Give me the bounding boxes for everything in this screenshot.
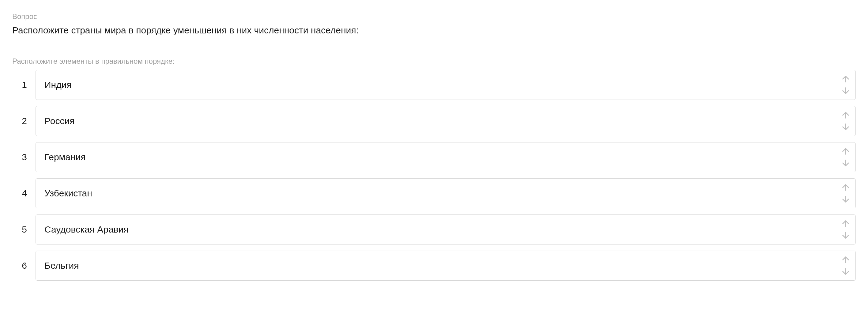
question-text: Расположите страны мира в порядке уменьш…: [12, 25, 856, 35]
ranking-item-label: Саудовская Аравия: [44, 224, 129, 235]
instruction-label: Расположите элементы в правильном порядк…: [12, 57, 856, 65]
ranking-number: 2: [12, 116, 27, 126]
ranking-number: 5: [12, 224, 27, 235]
arrow-down-icon: [841, 194, 850, 204]
ranking-row: 3 Германия: [12, 142, 856, 172]
move-down-button[interactable]: [840, 157, 851, 169]
move-down-button[interactable]: [840, 121, 851, 132]
move-up-button[interactable]: [840, 218, 851, 229]
ranking-row: 6 Бельгия: [12, 250, 856, 280]
move-down-button[interactable]: [840, 230, 851, 241]
move-up-button[interactable]: [840, 182, 851, 193]
move-down-button[interactable]: [840, 85, 851, 96]
arrow-up-icon: [841, 255, 850, 265]
ranking-item[interactable]: Бельгия: [35, 250, 856, 280]
move-down-button[interactable]: [840, 194, 851, 205]
arrow-controls: [838, 143, 853, 171]
ranking-number: 4: [12, 188, 27, 199]
ranking-item[interactable]: Германия: [35, 142, 856, 172]
ranking-number: 6: [12, 261, 27, 271]
arrow-up-icon: [841, 219, 850, 229]
ranking-list: 1 Индия 2 Россия: [12, 70, 856, 280]
ranking-number: 1: [12, 80, 27, 90]
arrow-up-icon: [841, 146, 850, 156]
arrow-down-icon: [841, 230, 850, 240]
arrow-down-icon: [841, 122, 850, 132]
ranking-number: 3: [12, 152, 27, 162]
ranking-row: 2 Россия: [12, 106, 856, 136]
move-up-button[interactable]: [840, 254, 851, 265]
ranking-item-label: Узбекистан: [44, 188, 92, 199]
arrow-controls: [838, 107, 853, 135]
move-down-button[interactable]: [840, 266, 851, 277]
ranking-item[interactable]: Индия: [35, 70, 856, 100]
ranking-row: 5 Саудовская Аравия: [12, 214, 856, 244]
arrow-down-icon: [841, 86, 850, 96]
arrow-controls: [838, 216, 853, 243]
arrow-controls: [838, 71, 853, 99]
arrow-controls: [838, 252, 853, 279]
ranking-item-label: Бельгия: [44, 261, 79, 271]
question-label: Вопрос: [12, 12, 856, 21]
ranking-row: 1 Индия: [12, 70, 856, 100]
move-up-button[interactable]: [840, 110, 851, 121]
ranking-item-label: Германия: [44, 152, 86, 162]
arrow-down-icon: [841, 267, 850, 276]
ranking-item-label: Россия: [44, 116, 74, 126]
arrow-controls: [838, 180, 853, 207]
ranking-item[interactable]: Россия: [35, 106, 856, 136]
ranking-row: 4 Узбекистан: [12, 178, 856, 208]
arrow-up-icon: [841, 110, 850, 120]
ranking-item-label: Индия: [44, 80, 72, 90]
ranking-item[interactable]: Саудовская Аравия: [35, 214, 856, 244]
arrow-up-icon: [841, 74, 850, 84]
ranking-item[interactable]: Узбекистан: [35, 178, 856, 208]
move-up-button[interactable]: [840, 73, 851, 85]
move-up-button[interactable]: [840, 146, 851, 157]
arrow-down-icon: [841, 158, 850, 168]
arrow-up-icon: [841, 183, 850, 192]
